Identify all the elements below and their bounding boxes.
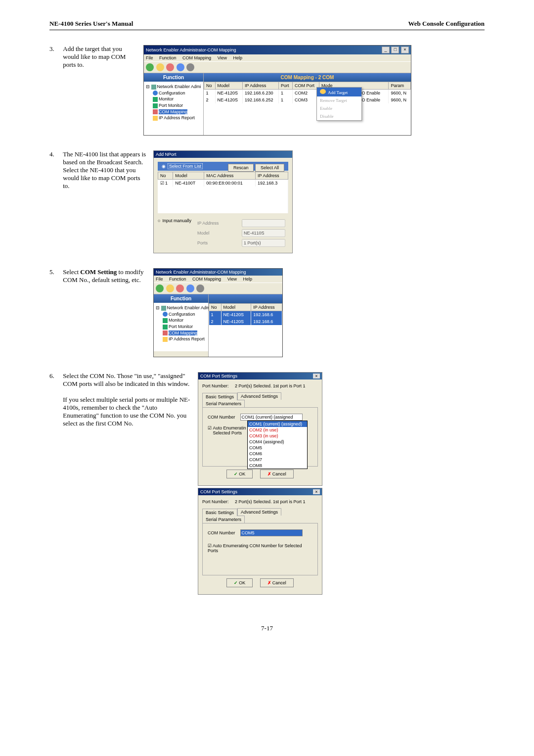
auto-enum-checkbox[interactable]: ☑: [208, 543, 212, 548]
menubar[interactable]: File Function COM Mapping View Help: [144, 54, 411, 61]
table-row[interactable]: ☑ 1 NE-4100T 00:90:E8:00:00:01 192.168.3: [158, 180, 288, 187]
tree-config[interactable]: Configuration: [159, 91, 185, 95]
rescan-button[interactable]: Rescan: [228, 164, 254, 172]
com-mapping-grid[interactable]: No Model IP Address Port COM Port Mode P…: [204, 82, 411, 135]
toolbar-icon-4[interactable]: [186, 284, 194, 292]
menu-view[interactable]: View: [218, 55, 227, 60]
menu-help[interactable]: Help: [243, 277, 253, 282]
ctx-add-target[interactable]: Add Target: [317, 88, 361, 96]
tree-root[interactable]: Network Enabler Admi: [167, 305, 211, 310]
tree-ip-report[interactable]: IP Address Report: [169, 336, 205, 341]
tree-config[interactable]: Configuration: [169, 312, 195, 317]
dd-item-com5[interactable]: COM5: [248, 445, 307, 451]
col-port[interactable]: Port: [279, 82, 293, 90]
close-icon[interactable]: ×: [313, 374, 320, 378]
col-mac[interactable]: MAC Address: [204, 172, 256, 180]
toolbar-icon-1[interactable]: [156, 284, 164, 292]
input-manually-radio[interactable]: ○: [158, 218, 160, 223]
toolbar[interactable]: [144, 61, 411, 73]
com-dropdown-list[interactable]: COM1 (current) (assigned) COM2 (in use) …: [247, 421, 308, 469]
menu-file[interactable]: File: [146, 55, 153, 60]
dd-item-com7[interactable]: COM7: [248, 457, 307, 463]
toolbar-icon-1[interactable]: [146, 63, 154, 71]
dd-item-com2[interactable]: COM2 (in use): [248, 427, 307, 433]
close-icon[interactable]: ×: [401, 47, 409, 53]
function-tree[interactable]: ⊟ Network Enabler Admi Configuration Mon…: [144, 82, 203, 135]
toolbar-icon-3[interactable]: [176, 284, 184, 292]
tab-advanced[interactable]: Advanced Settings: [237, 392, 281, 400]
menu-function[interactable]: Function: [159, 55, 177, 60]
dd-item-com3[interactable]: COM3 (in use): [248, 433, 307, 439]
menu-function[interactable]: Function: [169, 277, 186, 282]
col-model[interactable]: Model: [215, 82, 242, 90]
tab-basic[interactable]: Basic Settings: [202, 509, 237, 516]
dd-item-com4[interactable]: COM4 (assigned): [248, 439, 307, 445]
toolbar-icon-2[interactable]: [156, 63, 164, 71]
tree-root[interactable]: Network Enabler Admi: [157, 84, 201, 89]
cancel-button[interactable]: ✗Cancel: [260, 578, 294, 587]
col-comport[interactable]: COM Port: [293, 82, 319, 90]
tab-serial[interactable]: Serial Parameters: [202, 400, 245, 407]
tree-ip-report[interactable]: IP Address Report: [159, 115, 195, 120]
select-from-list-row[interactable]: ◉Select From List Rescan Select All: [158, 162, 288, 171]
toolbar-icon-5[interactable]: [196, 284, 204, 292]
col-ip[interactable]: IP Address: [242, 82, 278, 90]
col-no[interactable]: No: [158, 172, 173, 180]
maximize-icon[interactable]: □: [391, 47, 399, 53]
tree-monitor[interactable]: Monitor: [169, 318, 183, 323]
auto-enum-label-1: Auto Enumeratin: [213, 425, 246, 430]
menu-com-mapping[interactable]: COM Mapping: [192, 277, 221, 282]
com-grid[interactable]: No Model IP Address 1 NE-4120S 192.168.6…: [209, 303, 282, 357]
table-row[interactable]: 1 NE-4120S 192.168.6: [209, 311, 282, 319]
col-ip[interactable]: IP Address: [256, 172, 288, 180]
menu-com-mapping[interactable]: COM Mapping: [182, 55, 211, 60]
menu-view[interactable]: View: [227, 277, 237, 282]
checkbox-icon[interactable]: ☑: [160, 181, 164, 186]
context-menu[interactable]: Add Target Remove Target Enable Disable: [316, 87, 362, 121]
bulb-icon: [153, 116, 158, 121]
tree-monitor[interactable]: Monitor: [159, 96, 174, 101]
auto-enum-checkbox[interactable]: ☑: [208, 425, 212, 430]
close-icon[interactable]: ×: [313, 489, 320, 494]
tab-advanced[interactable]: Advanced Settings: [237, 508, 281, 516]
col-param[interactable]: Param: [389, 82, 411, 90]
com-number-dropdown[interactable]: COM1 (current) (assigned: [240, 414, 303, 421]
dd-item-com1[interactable]: COM1 (current) (assigned): [248, 421, 307, 427]
step-4-row: 4. The NE-4100 list that appears is base…: [49, 150, 485, 253]
col-no[interactable]: No: [204, 82, 216, 90]
toolbar-icon-3[interactable]: [166, 63, 174, 71]
col-model[interactable]: Model: [173, 172, 204, 180]
tree-com-mapping[interactable]: COM Mapping: [159, 109, 187, 114]
select-from-list-radio[interactable]: Select From List: [168, 163, 203, 169]
dd-item-com6[interactable]: COM6: [248, 451, 307, 457]
menubar[interactable]: File Function COM Mapping View Help: [154, 276, 282, 283]
table-row[interactable]: 2 NE-4120S 192.168.6.252 1 COM3 Hi-Perfo…: [204, 96, 411, 103]
auto-enum-label: Auto Enumerating COM Number for Selected…: [208, 543, 302, 553]
ok-button[interactable]: ✓OK: [226, 470, 253, 478]
tree-com-mapping[interactable]: COM Mapping: [169, 331, 197, 335]
toolbar-icon-5[interactable]: [186, 63, 194, 71]
minimize-icon[interactable]: _: [382, 47, 390, 53]
toolbar[interactable]: [154, 283, 282, 294]
table-row[interactable]: 1 NE-4120S 192.168.6.230 1 COM2 Hi-Perfo…: [204, 90, 411, 97]
tree-port-monitor[interactable]: Port Monitor: [169, 324, 193, 329]
function-tree[interactable]: ⊟ Network Enabler Admi Configuration Mon…: [154, 303, 208, 351]
col-ip[interactable]: IP Address: [251, 304, 282, 311]
nport-list-grid[interactable]: No Model MAC Address IP Address ☑ 1 NE-4…: [158, 172, 288, 213]
toolbar-icon-4[interactable]: [177, 63, 184, 71]
menu-file[interactable]: File: [156, 277, 163, 282]
cancel-button[interactable]: ✗Cancel: [260, 470, 294, 478]
ok-button[interactable]: ✓OK: [226, 578, 253, 587]
tab-basic[interactable]: Basic Settings: [202, 393, 237, 400]
dd-item-com8[interactable]: COM8: [248, 463, 307, 469]
tab-serial[interactable]: Serial Parameters: [202, 516, 245, 523]
table-row[interactable]: 2 NE-4120S 192.168.6: [209, 318, 282, 325]
col-model[interactable]: Model: [221, 304, 251, 311]
col-no[interactable]: No: [209, 304, 222, 311]
menu-help[interactable]: Help: [233, 55, 243, 60]
window-controls[interactable]: _ □ ×: [381, 47, 409, 53]
select-all-button[interactable]: Select All: [255, 164, 284, 172]
toolbar-icon-2[interactable]: [166, 284, 174, 292]
com-number-dropdown[interactable]: COM5: [240, 529, 303, 536]
tree-port-monitor[interactable]: Port Monitor: [159, 103, 183, 108]
